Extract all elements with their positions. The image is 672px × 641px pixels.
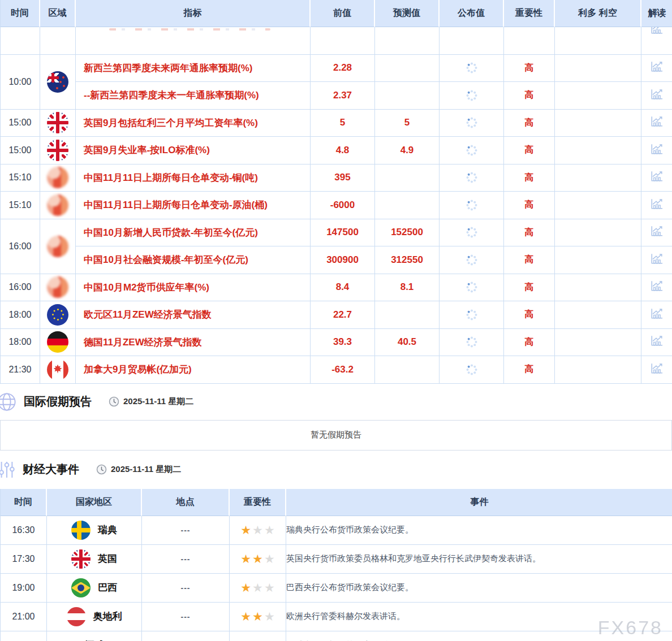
interpretation-cell xyxy=(641,192,672,219)
indicator-cell: 英国9月包括红利三个月平均工资年率(%) xyxy=(76,110,311,137)
indicator-label[interactable]: 新西兰第四季度未来两年通胀率预期(%) xyxy=(84,63,252,73)
interpretation-cell xyxy=(641,356,672,384)
interpretation-chart-icon[interactable] xyxy=(649,170,664,183)
loading-spinner-icon xyxy=(466,90,477,101)
indicator-cell: 中国10月M2货币供应年率(%) xyxy=(76,274,311,302)
eu-flag-icon xyxy=(47,304,68,326)
interpretation-chart-icon[interactable] xyxy=(649,253,664,265)
previous-value: 2.37 xyxy=(311,82,375,110)
interpretation-cell xyxy=(641,219,672,247)
forecast-value xyxy=(375,82,440,110)
interpretation-chart-icon[interactable] xyxy=(649,115,664,128)
interpretation-chart-icon[interactable] xyxy=(649,143,664,155)
importance-cell: 高 xyxy=(504,55,555,83)
time-cell: 18:00 xyxy=(1,329,40,357)
indicator-label[interactable]: 中国11月11日上期所每日仓单变动-原油(桶) xyxy=(84,200,268,210)
events-header-row: 时间 国家地区 地点 重要性 事件 xyxy=(1,489,672,516)
big-events-table: 时间 国家地区 地点 重要性 事件 16:30 瑞典 --- ★★★ 瑞典央行公… xyxy=(0,489,672,641)
holiday-empty-text: 暂无假期预告 xyxy=(311,430,361,440)
forecast-value xyxy=(375,164,440,192)
published-value-cell xyxy=(440,164,504,192)
uk-flag-icon xyxy=(47,140,68,161)
indicator-label[interactable]: 英国9月包括红利三个月平均工资年率(%) xyxy=(84,118,258,128)
country-cell: 瑞典 xyxy=(47,516,142,545)
region-cell xyxy=(40,164,76,192)
indicator-cell: 欧元区11月ZEW经济景气指数 xyxy=(76,301,311,329)
empty-cell xyxy=(504,27,555,55)
time-cell: 15:10 xyxy=(1,164,40,192)
importance-cell: 高 xyxy=(504,137,555,164)
calendar-row: 15:00 英国9月包括红利三个月平均工资年率(%) 5 5 高 xyxy=(1,110,672,137)
time-cell: 18:00 xyxy=(1,301,40,329)
indicator-label[interactable]: 中国10月M2货币供应年率(%) xyxy=(84,282,209,293)
time-cell: 21:00 xyxy=(1,603,47,631)
indicator-label[interactable]: 中国11月11日上期所每日仓单变动-铜(吨) xyxy=(84,172,258,183)
interpretation-chart-icon[interactable] xyxy=(649,362,664,375)
importance-stars: ★★★ xyxy=(230,516,286,545)
fx678-watermark: FX678 xyxy=(598,617,663,639)
forecast-value: 8.1 xyxy=(375,274,440,302)
interpretation-chart-icon[interactable] xyxy=(649,225,664,237)
indicator-label[interactable]: 英国9月失业率-按ILO标准(%) xyxy=(84,145,210,155)
indicator-label[interactable]: 加拿大9月贸易帐(亿加元) xyxy=(84,364,192,375)
bull-bear-cell xyxy=(555,246,641,274)
forecast-value: 312550 xyxy=(375,246,440,274)
interpretation-chart-icon[interactable] xyxy=(649,280,664,292)
time-cell: 16:00 xyxy=(1,274,40,302)
time-cell: 15:00 xyxy=(1,137,40,164)
holiday-section-date: 2025-11-11 星期二 xyxy=(123,396,193,407)
interpretation-chart-icon[interactable] xyxy=(649,198,664,210)
star-icon: ★ xyxy=(264,639,275,641)
previous-value: 8.4 xyxy=(311,274,375,302)
interpretation-cell xyxy=(641,55,672,83)
loading-spinner-icon xyxy=(466,364,477,375)
indicator-cell: 新西兰第四季度未来两年通胀率预期(%) xyxy=(76,55,311,83)
forecast-value: 40.5 xyxy=(375,329,440,357)
importance-cell: 高 xyxy=(504,219,555,247)
published-value-cell xyxy=(440,137,504,164)
loading-spinner-icon xyxy=(466,145,477,156)
forecast-value xyxy=(375,301,440,329)
country-name: 瑞典 xyxy=(98,523,117,536)
indicator-label[interactable]: 中国10月社会融资规模-年初至今(亿元) xyxy=(84,254,248,265)
published-value-cell xyxy=(440,219,504,247)
indicator-label[interactable]: --新西兰第四季度未来一年通胀率预期(%) xyxy=(84,90,259,101)
published-value-cell xyxy=(440,192,504,219)
column-header-importance: 重要性 xyxy=(230,489,286,516)
location-cell: --- xyxy=(142,545,230,574)
globe-icon xyxy=(0,392,16,412)
event-description: 巴西央行公布货币政策会议纪要。 xyxy=(286,574,672,603)
empty-cell xyxy=(1,27,40,55)
previous-value: 2.28 xyxy=(311,55,375,83)
time-cell: 22:30 xyxy=(1,631,47,641)
bull-bear-cell xyxy=(555,110,641,137)
loading-spinner-icon xyxy=(466,117,477,128)
star-icon: ★ xyxy=(264,581,275,594)
loading-spinner-icon xyxy=(466,254,477,266)
chart-icon[interactable] xyxy=(649,27,664,35)
empty-cell xyxy=(375,27,440,55)
interpretation-cell xyxy=(641,246,672,274)
indicator-label[interactable]: 中国10月新增人民币贷款-年初至今(亿元) xyxy=(84,227,258,238)
uk-flag-icon xyxy=(71,549,91,569)
column-header-event: 事件 xyxy=(286,489,672,516)
country-cell: 巴西 xyxy=(47,574,142,603)
interpretation-chart-icon[interactable] xyxy=(649,307,664,320)
indicator-cell: 中国11月11日上期所每日仓单变动-铜(吨) xyxy=(76,164,311,192)
time-cell: 10:00 xyxy=(1,55,40,110)
bull-bear-cell xyxy=(555,82,641,110)
indicator-cell: 加拿大9月贸易帐(亿加元) xyxy=(76,356,311,384)
forecast-value xyxy=(375,55,440,83)
interpretation-cell xyxy=(641,164,672,192)
holiday-section-header: 国际假期预告 2025-11-11 星期二 xyxy=(0,384,672,420)
interpretation-chart-icon[interactable] xyxy=(649,60,664,73)
interpretation-chart-icon[interactable] xyxy=(649,88,664,101)
calendar-row: 10:00 新西兰第四季度未来两年通胀率预期(%) 2.28 高 xyxy=(1,55,672,83)
clock-icon xyxy=(96,464,107,475)
indicator-label[interactable]: 德国11月ZEW经济景气指数 xyxy=(84,337,202,348)
indicator-label[interactable]: 欧元区11月ZEW经济景气指数 xyxy=(84,309,212,320)
forecast-value xyxy=(375,356,440,384)
interpretation-chart-icon[interactable] xyxy=(649,335,664,347)
country-name: 挪威 xyxy=(85,639,104,641)
calendar-row: 18:00 欧元区11月ZEW经济景气指数 22.7 高 xyxy=(1,301,672,329)
